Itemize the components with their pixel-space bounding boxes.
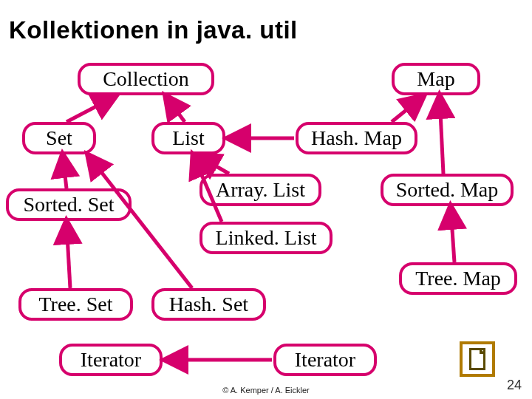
node-arraylist: Array. List: [200, 174, 321, 206]
logo-icon: [460, 341, 495, 377]
svg-line-9: [89, 156, 192, 288]
node-iterator2: Iterator: [273, 344, 377, 376]
svg-line-8: [66, 222, 70, 288]
node-hashset: Hash. Set: [151, 288, 266, 321]
node-sortedset: Sorted. Set: [6, 188, 132, 221]
node-list: List: [151, 122, 225, 154]
svg-line-0: [66, 97, 115, 122]
node-set: Set: [22, 122, 96, 154]
svg-line-10: [451, 208, 454, 262]
page-number: 24: [507, 378, 522, 393]
node-treeset: Tree. Set: [18, 288, 133, 321]
page-title: Kollektionen in java. util: [9, 16, 298, 44]
svg-line-4: [63, 156, 66, 188]
node-iterator1: Iterator: [59, 344, 163, 376]
copyright-footer: © A. Kemper / A. Eickler: [0, 386, 532, 395]
node-hashmap: Hash. Map: [296, 122, 417, 154]
node-treemap: Tree. Map: [399, 262, 517, 295]
svg-line-5: [198, 156, 229, 174]
node-collection: Collection: [78, 63, 214, 95]
svg-line-1: [166, 97, 185, 122]
node-sortedmap: Sorted. Map: [381, 174, 514, 206]
svg-line-2: [392, 97, 423, 122]
node-map: Map: [392, 63, 480, 95]
svg-line-6: [440, 97, 443, 174]
node-linkedlist: Linked. List: [200, 222, 332, 254]
